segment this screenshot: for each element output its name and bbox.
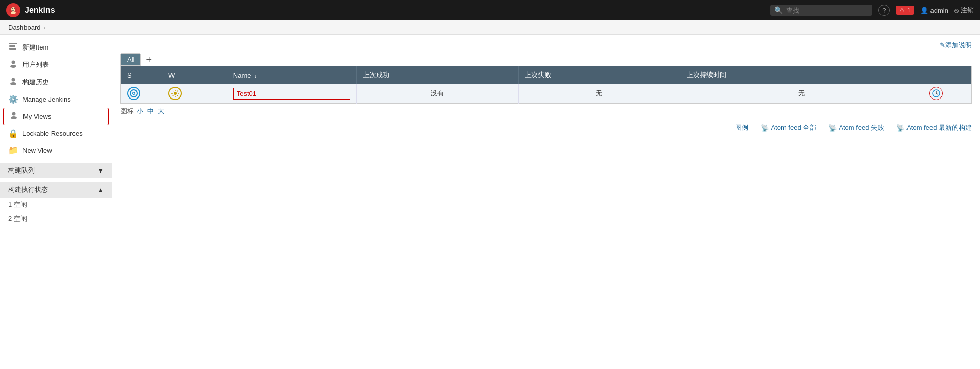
svg-line-22	[173, 91, 173, 91]
schedule-build-button[interactable]	[929, 87, 943, 100]
feed-all-icon: 📡	[761, 124, 769, 132]
svg-line-24	[177, 91, 178, 91]
logout-button[interactable]: ⎋ 注销	[954, 6, 974, 15]
add-description-link[interactable]: ✎添加说明	[940, 41, 972, 50]
svg-point-17	[174, 92, 177, 95]
svg-line-25	[173, 95, 173, 96]
svg-rect-7	[9, 48, 16, 50]
cell-weather	[162, 84, 227, 104]
breadcrumb-home[interactable]: Dashboard	[8, 23, 41, 31]
svg-point-9	[10, 65, 16, 68]
bottom-links: 图例 📡 Atom feed 全部 📡 Atom feed 失败 📡 Atom …	[120, 123, 972, 132]
legend-label: 图例	[735, 123, 748, 132]
atom-feed-all-link[interactable]: 📡 Atom feed 全部	[761, 123, 816, 132]
build-history-icon	[8, 77, 18, 87]
svg-point-13	[11, 116, 17, 119]
sidebar-item-build-history[interactable]: 构建历史	[0, 73, 112, 91]
th-name[interactable]: Name ↓	[227, 66, 356, 84]
svg-rect-5	[9, 43, 17, 44]
user-icon: 👤	[920, 7, 928, 14]
search-input[interactable]	[786, 7, 857, 14]
build-exec-label: 构建执行状态	[8, 185, 48, 194]
view-tabs: All +	[120, 53, 972, 66]
sidebar-item-user-list[interactable]: 用户列表	[0, 56, 112, 73]
manage-jenkins-icon: ⚙️	[8, 94, 18, 104]
alert-icon: ⚠	[899, 7, 905, 14]
sidebar-item-new-view[interactable]: 📁 New View	[0, 142, 112, 159]
add-description-row: ✎添加说明	[120, 41, 972, 50]
cell-name: Test01	[227, 84, 356, 104]
svg-point-16	[133, 93, 135, 94]
icon-size-small[interactable]: 小	[137, 107, 143, 115]
admin-button[interactable]: 👤 admin	[920, 7, 948, 14]
breadcrumb-separator: ›	[44, 24, 46, 31]
cell-duration: 无	[680, 84, 923, 104]
notif-count: 1	[907, 7, 911, 14]
weather-svg	[171, 89, 179, 97]
notification-button[interactable]: ⚠ 1	[896, 6, 914, 15]
jenkins-logo[interactable]: Jenkins	[6, 3, 55, 17]
feed-fail-icon: 📡	[828, 124, 837, 132]
icon-size-medium[interactable]: 中	[147, 107, 154, 115]
svg-point-12	[12, 112, 16, 116]
th-w: W	[162, 66, 227, 84]
th-name-label: Name	[233, 71, 251, 79]
status-icon	[127, 87, 140, 100]
main-content: ✎添加说明 All + S W Name ↓ 上次成功 上次失败 上次持续时间	[112, 35, 980, 369]
th-duration: 上次持续时间	[680, 66, 923, 84]
build-queue-toggle: ▼	[97, 167, 104, 175]
tab-all[interactable]: All	[120, 53, 141, 66]
sidebar-item-lockable-resources[interactable]: 🔒 Lockable Resources	[0, 125, 112, 142]
user-list-icon	[8, 60, 18, 70]
jobs-table: S W Name ↓ 上次成功 上次失败 上次持续时间	[120, 66, 972, 104]
help-button[interactable]: ?	[878, 5, 890, 16]
atom-feed-fail-link[interactable]: 📡 Atom feed 失败	[828, 123, 884, 132]
table-row: Test01 没有 无 无	[121, 84, 972, 104]
logout-icon: ⎋	[954, 7, 959, 14]
search-box: 🔍	[770, 5, 872, 16]
build-exec-item-2: 2 空闲	[0, 212, 112, 226]
icon-size-row: 图标 小 中 大	[120, 104, 972, 119]
atom-feed-fail-label: Atom feed 失败	[839, 123, 884, 132]
svg-rect-6	[9, 45, 15, 47]
page-layout: 新建Item 用户列表 构建历史 ⚙️ Manage Jenkins My Vi…	[0, 35, 980, 369]
sidebar-label-build-history: 构建历史	[22, 78, 49, 87]
status-svg	[130, 89, 138, 97]
clock-icon	[932, 89, 940, 97]
sidebar-item-my-views[interactable]: My Views	[3, 108, 109, 125]
build-queue-label: 构建队列	[8, 166, 35, 175]
svg-point-8	[12, 61, 15, 64]
th-last-fail: 上次失败	[518, 66, 680, 84]
build-exec-toggle: ▲	[97, 186, 104, 194]
top-navigation: Jenkins 🔍 ? ⚠ 1 👤 admin ⎋ 注销	[0, 0, 980, 20]
sidebar: 新建Item 用户列表 构建历史 ⚙️ Manage Jenkins My Vi…	[0, 35, 112, 369]
new-view-icon: 📁	[8, 145, 18, 155]
logo-svg	[9, 6, 18, 15]
logo-icon	[6, 3, 20, 17]
sidebar-label-user-list: 用户列表	[22, 60, 49, 69]
legend-link[interactable]: 图例	[735, 123, 748, 132]
build-exec-item-1: 1 空闲	[0, 198, 112, 212]
atom-feed-latest-link[interactable]: 📡 Atom feed 最新的构建	[896, 123, 972, 132]
job-link[interactable]: Test01	[233, 88, 350, 100]
build-exec-status-section[interactable]: 构建执行状态 ▲	[0, 182, 112, 198]
tab-add-button[interactable]: +	[142, 54, 156, 65]
cell-status	[121, 84, 162, 104]
cell-action	[923, 84, 971, 104]
lockable-resources-icon: 🔒	[8, 129, 18, 138]
admin-label: admin	[930, 7, 948, 14]
breadcrumb: Dashboard ›	[0, 20, 980, 35]
weather-icon	[168, 87, 182, 100]
icon-size-label: 图标	[120, 107, 134, 115]
new-item-icon	[8, 42, 18, 53]
sidebar-label-lockable-resources: Lockable Resources	[22, 130, 83, 137]
my-views-icon	[9, 111, 19, 121]
sidebar-item-manage-jenkins[interactable]: ⚙️ Manage Jenkins	[0, 91, 112, 108]
svg-point-10	[12, 78, 15, 82]
sidebar-label-my-views: My Views	[23, 113, 51, 120]
svg-point-2	[11, 11, 16, 14]
build-queue-section[interactable]: 构建队列 ▼	[0, 163, 112, 178]
th-s: S	[121, 66, 162, 84]
sidebar-item-new-item[interactable]: 新建Item	[0, 39, 112, 56]
icon-size-large[interactable]: 大	[158, 107, 164, 115]
